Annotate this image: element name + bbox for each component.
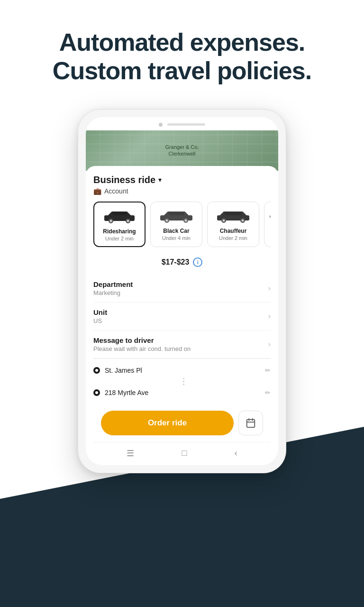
chauffeur-name: Chauffeur [211,228,255,234]
unit-chevron: › [268,312,271,321]
message-label: Message to driver [93,336,191,344]
chauffeur-time: Under 2 min [211,235,255,241]
ride-type-header[interactable]: Business ride ▾ [93,175,271,185]
ridesharing-time: Under 2 min [98,236,141,241]
svg-point-8 [166,219,168,221]
nav-home-icon[interactable]: □ [182,448,187,458]
ride-option-chauffeur[interactable]: Chauffeur Under 2 min [207,202,259,247]
connector-dot-1 [183,378,184,379]
svg-rect-17 [225,212,242,215]
svg-rect-21 [247,419,255,427]
origin-edit-icon[interactable]: ✏ [265,367,271,374]
svg-rect-11 [169,212,184,215]
nav-bar: ☰ □ ‹ [93,442,271,465]
account-row: 💼 Account [93,187,271,195]
department-row[interactable]: Department Marketing › [93,275,271,303]
message-chevron: › [268,340,271,349]
status-bar [86,117,278,130]
message-row[interactable]: Message to driver Please wait with air c… [93,331,271,359]
price-row: $17-$23 i [93,258,271,267]
ride-option-blackcar[interactable]: Black Car Under 4 min [150,202,202,247]
origin-row: St. James Pl ✏ [93,364,271,377]
order-ride-button[interactable]: Order ride [101,411,234,435]
department-chevron: › [268,284,271,293]
card-content: Business ride ▾ 💼 Account [86,166,278,465]
ride-option-chauffeur-img [211,207,255,225]
svg-point-16 [242,219,244,221]
ride-option-blackcar-img [155,207,198,225]
ridesharing-name: Ridesharing [98,228,141,235]
svg-point-4 [127,220,129,222]
origin-dot [93,367,100,374]
unit-label: Unit [93,308,107,316]
briefcase-icon: 💼 [93,187,101,195]
svg-point-10 [185,219,187,221]
destination-address: 218 Myrtle Ave [105,389,260,396]
department-label: Department [93,280,133,288]
unit-info: Unit US [93,308,107,324]
phone-mockup: Granger & Co, Clerkenwell Business ride … [78,109,286,473]
department-info: Department Marketing [93,280,133,296]
ride-option-ridesharing-img [98,207,141,225]
blackcar-name: Black Car [155,228,198,234]
ride-type-title: Business ride [93,175,155,185]
department-value: Marketing [93,289,133,296]
status-dot [159,123,163,127]
map-area: Granger & Co, Clerkenwell [86,130,278,171]
connector-dot-2 [183,381,184,382]
connector-dot-3 [183,384,184,385]
destination-dot [93,389,100,396]
ride-option-partial[interactable]: Unc [264,202,271,247]
location-connector [96,377,271,386]
nav-menu-icon[interactable]: ☰ [127,448,134,459]
location-section: St. James Pl ✏ [93,359,271,404]
account-label: Account [104,187,128,195]
price-text: $17-$23 [162,258,190,267]
origin-address: St. James Pl [105,367,260,374]
ride-options-list: Ridesharing Under 2 min [93,202,271,249]
destination-row: 218 Myrtle Ave ✏ [93,386,271,399]
headline-section: Automated expenses. Custom travel polici… [0,0,364,104]
svg-point-2 [110,220,112,222]
svg-point-14 [223,219,225,221]
schedule-button[interactable] [238,411,263,435]
info-icon[interactable]: i [193,258,202,267]
svg-rect-5 [113,212,126,215]
chevron-down-icon: ▾ [158,176,162,184]
bottom-actions: Order ride [93,404,271,442]
destination-edit-icon[interactable]: ✏ [265,389,271,396]
origin-dot-inner [95,369,98,372]
map-label: Granger & Co, Clerkenwell [165,144,199,157]
status-bar-line [167,123,205,126]
destination-dot-inner [95,391,98,394]
message-value: Please wait with air cond. turned on [93,345,191,352]
ride-option-ridesharing[interactable]: Ridesharing Under 2 min [93,202,146,247]
message-info: Message to driver Please wait with air c… [93,336,191,352]
svg-rect-18 [269,215,271,217]
unit-value: US [93,317,107,324]
nav-back-icon[interactable]: ‹ [235,448,237,458]
headline-text: Automated expenses. Custom travel polici… [28,28,336,85]
partial-name: Unc [268,228,271,234]
ride-option-partial-img [268,207,271,225]
blackcar-time: Under 4 min [155,235,198,241]
unit-row[interactable]: Unit US › [93,303,271,331]
